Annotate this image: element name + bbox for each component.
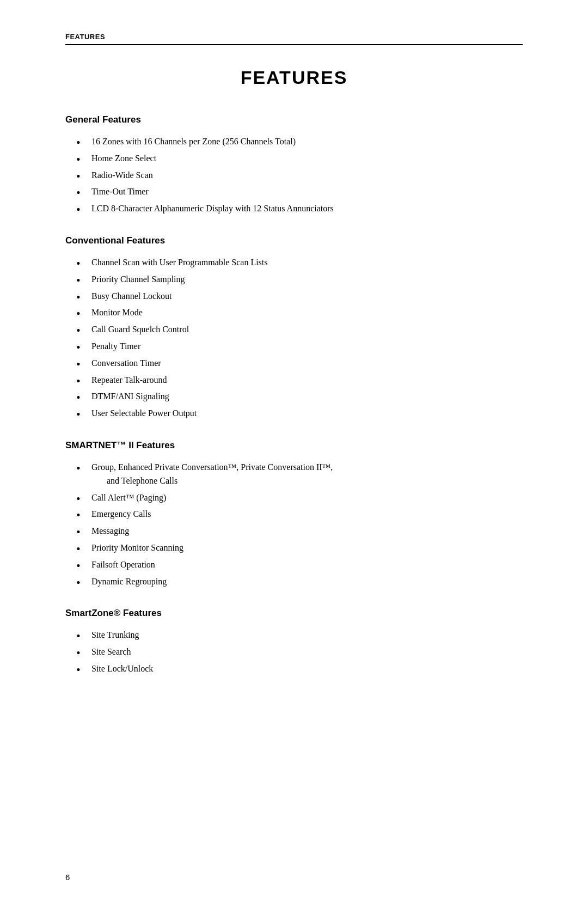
list-item: Messaging bbox=[76, 524, 523, 538]
list-item: Channel Scan with User Programmable Scan… bbox=[76, 256, 523, 270]
general-features-list: 16 Zones with 16 Channels per Zone (256 … bbox=[76, 135, 523, 216]
page-title: FEATURES bbox=[65, 67, 523, 88]
page-number: 6 bbox=[65, 873, 70, 882]
section-smartzone: SmartZone® Features Site Trunking Site S… bbox=[65, 608, 523, 675]
list-item: Busy Channel Lockout bbox=[76, 290, 523, 303]
list-item: Call Guard Squelch Control bbox=[76, 323, 523, 337]
section-conventional: Conventional Features Channel Scan with … bbox=[65, 235, 523, 420]
list-item: Site Trunking bbox=[76, 629, 523, 642]
list-item: Emergency Calls bbox=[76, 508, 523, 521]
list-item: LCD 8-Character Alphanumeric Display wit… bbox=[76, 202, 523, 216]
section-general: General Features 16 Zones with 16 Channe… bbox=[65, 114, 523, 216]
list-item: DTMF/ANI Signaling bbox=[76, 390, 523, 404]
list-item: Conversation Timer bbox=[76, 357, 523, 370]
header-rule bbox=[65, 44, 523, 45]
list-item: Site Search bbox=[76, 645, 523, 659]
list-item: Priority Monitor Scanning bbox=[76, 541, 523, 555]
section-heading-conventional: Conventional Features bbox=[65, 235, 523, 246]
header-label: FEATURES bbox=[65, 33, 523, 41]
section-heading-smartnet: SMARTNET™ II Features bbox=[65, 440, 523, 451]
page: FEATURES FEATURES General Features 16 Zo… bbox=[0, 0, 588, 909]
list-item: Group, Enhanced Private Conversation™, P… bbox=[76, 461, 523, 488]
list-item: 16 Zones with 16 Channels per Zone (256 … bbox=[76, 135, 523, 149]
list-item: Site Lock/Unlock bbox=[76, 662, 523, 676]
list-item: Priority Channel Sampling bbox=[76, 273, 523, 286]
list-item: Radio-Wide Scan bbox=[76, 169, 523, 182]
list-item: Repeater Talk-around bbox=[76, 374, 523, 387]
section-heading-smartzone: SmartZone® Features bbox=[65, 608, 523, 619]
list-item: Penalty Timer bbox=[76, 340, 523, 353]
smartzone-features-list: Site Trunking Site Search Site Lock/Unlo… bbox=[76, 629, 523, 675]
smartnet-features-list: Group, Enhanced Private Conversation™, P… bbox=[76, 461, 523, 588]
section-smartnet: SMARTNET™ II Features Group, Enhanced Pr… bbox=[65, 440, 523, 588]
list-item: Call Alert™ (Paging) bbox=[76, 491, 523, 505]
list-item: Failsoft Operation bbox=[76, 558, 523, 572]
list-item: Home Zone Select bbox=[76, 152, 523, 166]
conventional-features-list: Channel Scan with User Programmable Scan… bbox=[76, 256, 523, 420]
list-item: User Selectable Power Output bbox=[76, 407, 523, 420]
smartnet-item-group-calls: Group, Enhanced Private Conversation™, P… bbox=[91, 462, 333, 485]
list-item: Time-Out Timer bbox=[76, 185, 523, 199]
list-item: Dynamic Regrouping bbox=[76, 575, 523, 589]
section-heading-general: General Features bbox=[65, 114, 523, 125]
list-item: Monitor Mode bbox=[76, 306, 523, 320]
